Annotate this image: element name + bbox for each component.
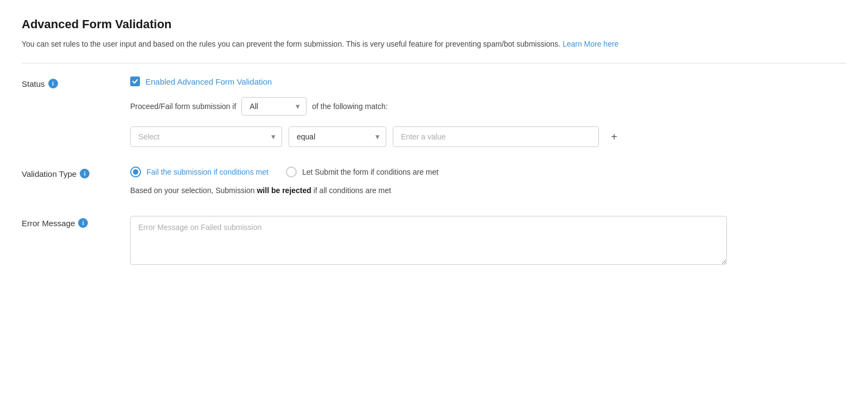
page-description: You can set rules to the user input and … [22,38,846,50]
checkbox-row: Enabled Advanced Form Validation [130,76,846,86]
let-submit-radio[interactable] [286,167,297,177]
field-select[interactable]: Select [130,126,282,147]
error-message-label: Error Message i [22,216,130,228]
proceed-text: Proceed/Fail form submission if [130,102,236,111]
error-message-section: Error Message i [22,216,846,266]
equal-select[interactable]: equal [289,126,386,147]
all-select[interactable]: All [241,97,307,116]
error-message-content [130,216,846,266]
learn-more-link[interactable]: Learn More here [563,40,619,48]
value-input[interactable] [393,126,599,147]
fail-submission-option[interactable]: Fail the submission if conditions met [130,167,269,177]
following-text: of the following match: [312,102,387,111]
status-content: Enabled Advanced Form Validation Proceed… [130,76,846,147]
filter-row: Select ▾ equal ▾ + [130,126,846,147]
let-submit-option[interactable]: Let Submit the form if conditions are me… [286,167,438,177]
status-info-icon[interactable]: i [48,79,58,88]
validation-type-label: Validation Type i [22,167,130,178]
checkbox-label: Enabled Advanced Form Validation [145,77,272,86]
section-divider [22,63,846,63]
page-title: Advanced Form Validation [22,17,846,31]
equal-select-wrapper: equal ▾ [289,126,386,147]
status-section: Status i Enabled Advanced Form Validatio… [22,76,846,147]
validation-type-info-icon[interactable]: i [80,169,90,178]
status-label: Status i [22,76,130,88]
enabled-checkbox[interactable] [130,76,140,86]
error-message-info-icon[interactable]: i [78,218,88,228]
error-message-textarea[interactable] [130,216,727,265]
radio-group: Fail the submission if conditions met Le… [130,167,846,177]
fail-submission-radio[interactable] [130,167,141,177]
add-condition-button[interactable]: + [605,128,623,145]
condition-description: Based on your selection, Submission will… [130,185,846,196]
field-select-wrapper: Select ▾ [130,126,282,147]
validation-type-content: Fail the submission if conditions met Le… [130,167,846,196]
fail-submission-label: Fail the submission if conditions met [146,168,269,176]
validation-type-section: Validation Type i Fail the submission if… [22,167,846,196]
all-select-wrapper: All ▾ [241,97,307,116]
condition-row: Proceed/Fail form submission if All ▾ of… [130,97,846,116]
let-submit-label: Let Submit the form if conditions are me… [302,168,438,176]
